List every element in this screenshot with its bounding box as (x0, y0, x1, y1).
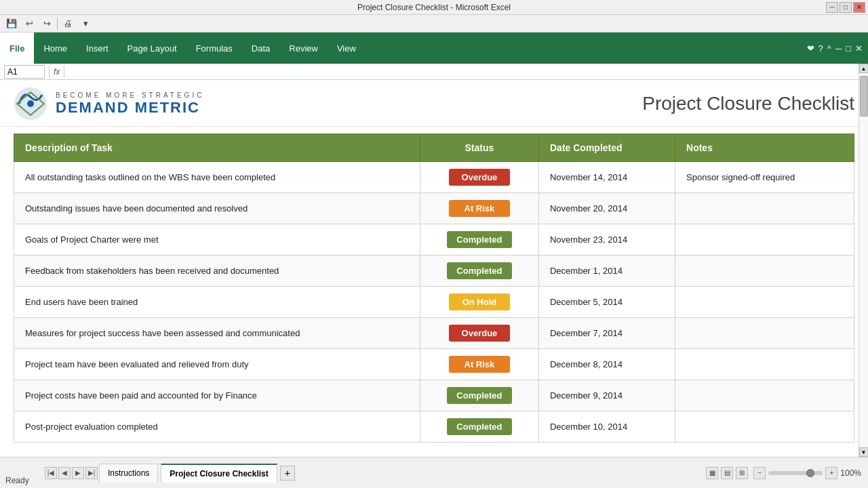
undo-button[interactable]: ↩ (22, 16, 37, 31)
sheet-last-button[interactable]: ▶| (85, 467, 98, 479)
date-cell: December 9, 2014 (538, 380, 675, 411)
zoom-slider[interactable] (768, 471, 823, 475)
tab-view[interactable]: View (328, 33, 366, 64)
status-badge: At Risk (449, 200, 510, 217)
task-cell: Outstanding issues have been documented … (14, 193, 420, 224)
ribbon-info-icon[interactable]: ? (818, 43, 823, 54)
scroll-down-button[interactable]: ▼ (859, 447, 869, 457)
window-title: Project Closure Checklist - Microsoft Ex… (357, 3, 511, 12)
page-layout-view-button[interactable]: ▤ (721, 467, 733, 479)
col-header-status: Status (420, 134, 538, 162)
task-cell: Project costs have been paid and account… (14, 380, 420, 411)
close-button[interactable]: ✕ (853, 2, 865, 13)
task-cell: Measures for project success have been a… (14, 318, 420, 349)
tab-page-layout[interactable]: Page Layout (118, 33, 186, 64)
scroll-up-button[interactable]: ▲ (859, 64, 869, 73)
name-box[interactable] (4, 65, 45, 79)
sheet-tab-instructions[interactable]: Instructions (99, 464, 158, 483)
save-button[interactable]: 💾 (4, 16, 19, 31)
table-row: Project team have been evaluated and rel… (14, 349, 854, 380)
status-cell: Overdue (420, 162, 538, 193)
status-bar-right: ▦ ▤ ⊞ − + 100% (706, 467, 868, 479)
tab-insert[interactable]: Insert (77, 33, 118, 64)
date-cell: November 20, 2014 (538, 193, 675, 224)
view-icons: ▦ ▤ ⊞ (706, 467, 748, 479)
task-cell: All outstanding tasks outlined on the WB… (14, 162, 420, 193)
ready-label: Ready (5, 476, 29, 485)
status-badge: Overdue (449, 325, 510, 342)
ribbon-maximize-icon[interactable]: □ (846, 43, 851, 54)
status-badge: Completed (447, 262, 511, 279)
notes-cell (675, 193, 854, 224)
zoom-in-button[interactable]: + (825, 467, 837, 479)
vertical-scrollbar[interactable]: ▲ ▼ (859, 64, 868, 457)
spreadsheet-area: Description of Task Status Date Complete… (0, 127, 868, 443)
table-row: Measures for project success have been a… (14, 318, 854, 349)
notes-cell (675, 318, 854, 349)
zoom-level: 100% (840, 468, 861, 478)
task-cell: Goals of Project Charter were met (14, 224, 420, 256)
sheet-prev-button[interactable]: ◀ (58, 467, 71, 479)
status-cell: Overdue (420, 318, 538, 349)
logo-tagline: Become More Strategic (56, 92, 204, 99)
status-cell: At Risk (420, 349, 538, 380)
ribbon-right-controls: ❤ ? ^ ─ □ ✕ (807, 33, 868, 64)
minimize-button[interactable]: ─ (826, 2, 838, 13)
logo-name: Demand Metric (56, 99, 204, 117)
sheet-next-button[interactable]: ▶ (72, 467, 84, 479)
formula-bar-separator2 (64, 66, 64, 78)
status-badge: On Hold (449, 293, 510, 310)
page-break-view-button[interactable]: ⊞ (736, 467, 748, 479)
status-badge: Overdue (449, 169, 510, 186)
notes-cell (675, 256, 854, 287)
sheet-add-button[interactable]: + (280, 466, 295, 481)
date-cell: December 5, 2014 (538, 287, 675, 318)
status-cell: At Risk (420, 193, 538, 224)
task-cell: Post-project evaluation completed (14, 411, 420, 443)
logo-text: Become More Strategic Demand Metric (56, 92, 204, 117)
quick-access-toolbar: 💾 ↩ ↪ 🖨 ▾ (0, 15, 868, 33)
notes-cell (675, 411, 854, 443)
zoom-bar: − + 100% (753, 467, 861, 479)
table-header-row: Description of Task Status Date Complete… (14, 134, 854, 162)
tab-home[interactable]: Home (34, 33, 77, 64)
ribbon-minimize-icon[interactable]: ─ (835, 43, 842, 54)
status-badge: Completed (447, 231, 511, 248)
table-row: Post-project evaluation completedComplet… (14, 411, 854, 443)
date-cell: December 8, 2014 (538, 349, 675, 380)
scroll-thumb[interactable] (860, 76, 868, 117)
status-cell: Completed (420, 224, 538, 256)
task-cell: End users have been trained (14, 287, 420, 318)
ribbon: File Home Insert Page Layout Formulas Da… (0, 33, 868, 64)
status-cell: Completed (420, 411, 538, 443)
redo-button[interactable]: ↪ (39, 16, 54, 31)
normal-view-button[interactable]: ▦ (706, 467, 718, 479)
fx-label: fx (54, 67, 60, 77)
ribbon-collapse-icon[interactable]: ^ (827, 43, 831, 54)
tab-file[interactable]: File (0, 33, 34, 64)
logo-area: Become More Strategic Demand Metric (14, 87, 204, 121)
tab-data[interactable]: Data (242, 33, 279, 64)
sheet-first-button[interactable]: |◀ (45, 467, 57, 479)
scroll-track[interactable] (859, 73, 869, 447)
col-header-notes: Notes (675, 134, 854, 162)
sheet-tab-checklist[interactable]: Project Closure Checklist (161, 464, 277, 483)
toolbar-separator (57, 18, 58, 30)
status-cell: Completed (420, 256, 538, 287)
customize-button[interactable]: ▾ (78, 16, 93, 31)
ribbon-close-icon[interactable]: ✕ (855, 43, 863, 54)
print-button[interactable]: 🖨 (60, 16, 75, 31)
header-area: Become More Strategic Demand Metric Proj… (0, 80, 868, 127)
window-controls: ─ □ ✕ (826, 2, 865, 13)
ribbon-help-icon[interactable]: ❤ (807, 43, 814, 54)
task-cell: Project team have been evaluated and rel… (14, 349, 420, 380)
maximize-button[interactable]: □ (840, 2, 852, 13)
status-badge: Completed (447, 418, 511, 435)
tab-review[interactable]: Review (279, 33, 328, 64)
status-cell: On Hold (420, 287, 538, 318)
table-row: Goals of Project Charter were metComplet… (14, 224, 854, 256)
notes-cell (675, 287, 854, 318)
date-cell: December 1, 2014 (538, 256, 675, 287)
tab-formulas[interactable]: Formulas (186, 33, 242, 64)
zoom-out-button[interactable]: − (753, 467, 766, 479)
